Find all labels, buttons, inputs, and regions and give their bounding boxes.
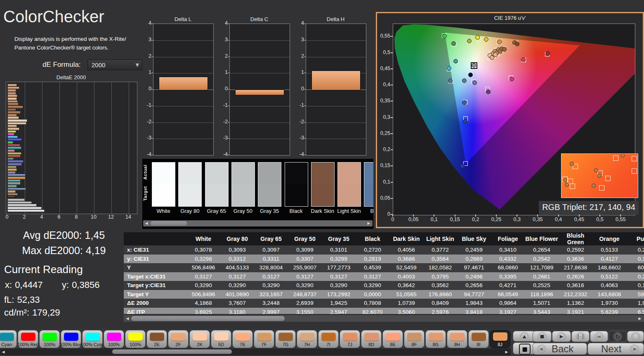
table-cell: 2,9997 (254, 308, 288, 314)
scroll-left-icon[interactable]: ◀ (125, 316, 130, 322)
play-button[interactable]: ▶ (552, 331, 571, 342)
patch-button-8e[interactable]: 8E (382, 330, 403, 348)
axis-tick-label: 0,3 (376, 114, 390, 120)
patch-button-8g[interactable]: 8G (425, 330, 446, 348)
table-row: ΔE 20004,18683,76073,24482,69391,94250,7… (124, 299, 644, 308)
de-formula-label: dE Formula: (42, 61, 81, 69)
table-cell: 94,7727 (457, 290, 491, 299)
patch-button-2k[interactable]: 2K (189, 330, 210, 348)
patch-button-7j[interactable]: 7J (340, 330, 360, 348)
table-cell: 0,3127 (186, 272, 220, 281)
scroll-right-icon[interactable]: ▶ (637, 316, 643, 322)
patch-button-100-magenta[interactable]: 100% Magenta (104, 330, 124, 348)
table-cell: 0,3290 (322, 281, 356, 290)
patch-button-8d[interactable]: 8D (361, 330, 382, 348)
patch-button-label: 8I (466, 342, 491, 347)
table-cell: 0,3299 (322, 255, 356, 264)
axis-tick-label: 0,2 (376, 146, 390, 152)
patch-button-2e[interactable]: 2E (146, 330, 167, 348)
swatch-target (311, 184, 334, 206)
cie-zoom-inset (561, 153, 638, 198)
patch-button-5d[interactable]: 5D (211, 330, 231, 348)
column-header: Purp (626, 232, 644, 245)
patch-button-cyan[interactable]: Cyan (0, 330, 17, 348)
patch-button-8i[interactable]: 8I (468, 330, 489, 348)
patch-color-chip (85, 332, 100, 341)
loop-button[interactable]: ∞ (590, 331, 608, 342)
chevron-down-icon: ▼ (136, 62, 139, 68)
de-bar (7, 210, 45, 212)
blank-button[interactable] (627, 331, 644, 342)
table-corner-cell (124, 232, 186, 245)
axis-tick-label: 1 (219, 69, 228, 75)
table-cell: 0,21 (626, 272, 644, 281)
axis-tick-label: 0,35 (528, 217, 547, 222)
patch-color-chip (407, 332, 422, 341)
table-cell: 0,3290 (288, 281, 322, 290)
table-cell: 121,7089 (525, 263, 559, 272)
frame-stop-button[interactable]: ■ (513, 342, 535, 354)
table-cell: 3,1550 (288, 308, 322, 314)
patch-button-7g[interactable]: 7G (275, 330, 296, 348)
delta-chart-title: Delta L (153, 16, 213, 22)
scroll-right-icon[interactable]: ▶ (504, 349, 510, 355)
column-header: Light Skin (423, 232, 457, 245)
gridline (111, 82, 112, 214)
row-label: y: CIE31 (124, 255, 186, 264)
patch-button-label: 7E (230, 342, 255, 347)
scroll-right-icon[interactable]: ▶ (366, 220, 372, 226)
back-button[interactable]: « Back (533, 343, 587, 355)
patch-button-7f[interactable]: 7F (254, 330, 274, 348)
patch-color-chip (257, 332, 271, 341)
scroll-left-icon[interactable]: ◀ (144, 220, 149, 226)
table-cell: 0,2656 (457, 281, 491, 290)
delta-bar (311, 71, 361, 90)
patch-button-100-green[interactable]: 100% Green (39, 330, 60, 348)
row-label: x: CIE31 (124, 245, 186, 255)
patch-color-chip (64, 332, 78, 341)
patch-button-100-red[interactable]: 100% Red (18, 330, 38, 348)
step-button[interactable]: [··] (571, 331, 590, 342)
toolbar-scrollbar[interactable]: ◀ ▶ (0, 349, 511, 355)
patch-button-7i[interactable]: 7I (318, 330, 339, 348)
patch-button-100-blue[interactable]: 100% Blue (61, 330, 81, 348)
patch-button-8h[interactable]: 8H (447, 330, 467, 348)
patch-button-100-yellow[interactable]: 100% Yellow (125, 330, 146, 348)
swatch-target (205, 184, 228, 206)
patch-button-100-cyan[interactable]: 100% Cyan (82, 330, 103, 348)
patch-button-label: 8H (445, 342, 469, 347)
scroll-up-button[interactable]: ▲ (513, 331, 535, 342)
toolbar-scrollbar-thumb[interactable] (112, 349, 232, 354)
tick-mark (579, 215, 580, 217)
patch-button-7e[interactable]: 7E (232, 330, 253, 348)
tick-mark (391, 101, 393, 101)
swatch-scrollbar-thumb[interactable] (151, 221, 187, 226)
tick-mark (391, 85, 393, 85)
table-cell: 0,3562 (423, 281, 457, 290)
patch-button-2f[interactable]: 2F (168, 330, 189, 348)
refresh-button[interactable]: ↻ (609, 331, 627, 342)
table-cell: 0,3101 (322, 245, 356, 255)
patch-button-label: 8J (488, 342, 512, 347)
scroll-left-icon[interactable]: ◀ (0, 349, 6, 355)
table-cell: 59,5 (626, 290, 644, 299)
column-header: Bluish Green (559, 232, 592, 245)
patch-color-chip (193, 332, 207, 341)
next-button[interactable]: Next » (587, 343, 644, 355)
patch-button-8j[interactable]: 8J (490, 330, 510, 348)
axis-tick-label: -1 (295, 102, 304, 108)
color-swatch (152, 162, 175, 207)
measurement-table-wrap: WhiteGray 80Gray 65Gray 50Gray 35BlackDa… (124, 232, 644, 314)
table-cell: 0,3290 (186, 281, 220, 290)
table-scrollbar-thumb[interactable] (131, 316, 285, 321)
table-cell: 3,5443 (525, 308, 559, 314)
axis-tick-label: 0,05 (376, 195, 390, 201)
de-formula-dropdown[interactable]: 2000 ▼ (87, 59, 142, 70)
row-label: Y (124, 263, 186, 272)
stop-button[interactable]: ■ (533, 331, 552, 342)
table-scrollbar[interactable]: ◀ ▶ (124, 315, 644, 322)
patch-button-8f[interactable]: 8F (404, 330, 425, 348)
gridline (153, 123, 213, 123)
axis-tick-label: 0 (219, 86, 228, 92)
patch-button-7h[interactable]: 7H (297, 330, 317, 348)
